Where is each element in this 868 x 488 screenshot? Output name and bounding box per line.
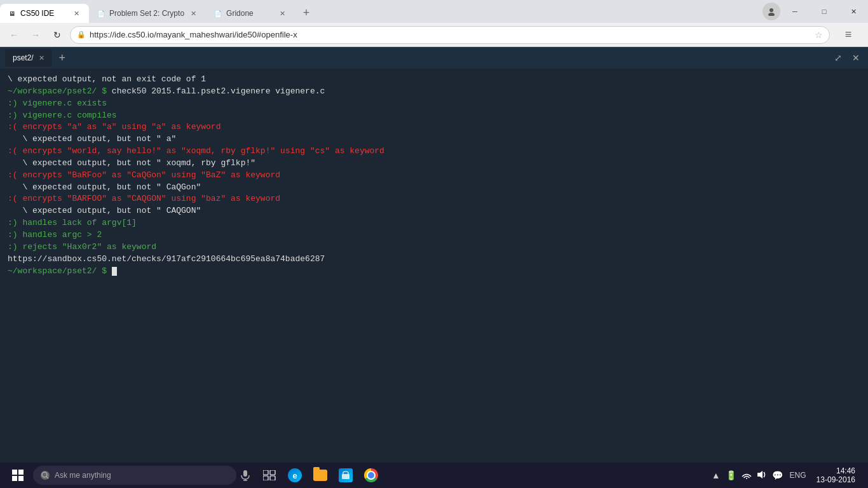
- tab-close-3[interactable]: ✕: [277, 8, 287, 18]
- tab-label-3: Gridone: [226, 9, 273, 18]
- tab-label-2: Problem Set 2: Crypto: [109, 9, 184, 18]
- terminal-line-11: :( encrypts "BARFOO" as "CAQGON" using "…: [8, 193, 860, 205]
- tab-favicon-3: 📄: [214, 9, 222, 18]
- tab-cs50-ide[interactable]: 🖥 CS50 IDE ✕: [0, 4, 89, 23]
- terminal-line-12: \ expected output, but not " CAQGON": [8, 205, 860, 217]
- terminal-line-1: \ expected output, not an exit code of 1: [8, 74, 860, 86]
- clock-time: 14:46: [836, 466, 855, 475]
- svg-point-1: [768, 13, 775, 16]
- terminal-line-13: :) handles lack of argv[1]: [8, 217, 860, 229]
- tab-bar: 🖥 CS50 IDE ✕ 📄 Problem Set 2: Crypto ✕ 📄…: [0, 0, 868, 23]
- microphone-icon[interactable]: [236, 466, 254, 484]
- terminal-line-9: :( encrypts "BaRFoo" as "CaQGon" using "…: [8, 170, 860, 182]
- store-button[interactable]: [333, 463, 358, 488]
- tab-close-2[interactable]: ✕: [188, 8, 198, 18]
- tab-problem-set[interactable]: 📄 Problem Set 2: Crypto ✕: [89, 4, 206, 23]
- terminal-line-2: ~/workspace/pset2/ $ check50 2015.fall.p…: [8, 86, 860, 98]
- tab-gridone[interactable]: 📄 Gridone ✕: [206, 4, 295, 23]
- svg-rect-4: [243, 470, 247, 477]
- minimize-button[interactable]: ─: [780, 1, 810, 22]
- ide-area: pset2/ ✕ + ⤢ ✕ \ expected output, not an…: [0, 47, 868, 463]
- volume-icon[interactable]: [755, 470, 769, 481]
- svg-marker-13: [757, 471, 763, 478]
- taskbar-search-bar[interactable]: Ask me anything: [33, 466, 236, 485]
- svg-rect-8: [270, 470, 275, 475]
- terminal-line-4: :) vigenere.c compiles: [8, 110, 860, 122]
- new-terminal-button[interactable]: +: [55, 50, 70, 65]
- profile-button[interactable]: [763, 3, 780, 20]
- taskbar-right-area: ▲ 🔋 💬 ENG: [710, 466, 865, 484]
- svg-line-3: [46, 477, 48, 478]
- svg-rect-7: [263, 470, 268, 475]
- refresh-button[interactable]: ↻: [48, 26, 66, 44]
- tab-label-1: CS50 IDE: [20, 9, 67, 18]
- bookmark-icon[interactable]: ☆: [815, 30, 823, 40]
- terminal-tab-label: pset2/: [13, 53, 34, 62]
- terminal-line-16: https://sandbox.cs50.net/checks/917afc29…: [8, 254, 860, 266]
- language-indicator[interactable]: ENG: [787, 471, 809, 480]
- terminal-tab-close[interactable]: ✕: [39, 54, 44, 62]
- browser-window: 🖥 CS50 IDE ✕ 📄 Problem Set 2: Crypto ✕ 📄…: [0, 0, 868, 488]
- taskbar-search-placeholder: Ask me anything: [55, 471, 111, 480]
- system-tray: ▲ 🔋 💬: [710, 470, 785, 481]
- ssl-lock-icon: 🔒: [77, 30, 86, 39]
- terminal-close-button[interactable]: ✕: [849, 51, 863, 65]
- chrome-icon: [364, 468, 378, 482]
- tab-favicon-2: 📄: [97, 9, 105, 18]
- terminal-line-15: :) rejects "Hax0r2" as keyword: [8, 241, 860, 254]
- edge-taskbar-button[interactable]: e: [282, 463, 308, 488]
- notifications-icon[interactable]: 💬: [770, 470, 785, 480]
- terminal-content[interactable]: \ expected output, not an exit code of 1…: [0, 69, 868, 463]
- url-bar[interactable]: 🔒 https://ide.cs50.io/mayank_maheshwari/…: [70, 26, 830, 44]
- svg-rect-9: [263, 476, 268, 480]
- window-controls: ─ □ ✕: [763, 0, 868, 23]
- file-explorer-button[interactable]: [308, 463, 333, 488]
- close-button[interactable]: ✕: [839, 1, 868, 22]
- svg-point-2: [42, 472, 47, 477]
- svg-rect-11: [342, 474, 349, 479]
- back-button[interactable]: ←: [5, 26, 23, 44]
- terminal-line-10: \ expected output, but not " CaQGon": [8, 182, 860, 194]
- terminal-cursor: [112, 267, 117, 276]
- svg-point-12: [746, 478, 747, 479]
- chrome-taskbar-button[interactable]: [358, 463, 384, 488]
- terminal-line-5: :( encrypts "a" as "a" using "a" as keyw…: [8, 121, 860, 133]
- windows-logo-icon: [12, 470, 24, 481]
- network-icon[interactable]: [740, 470, 754, 481]
- url-text: https://ide.cs50.io/mayank_maheshwari/id…: [90, 30, 297, 39]
- svg-rect-10: [270, 476, 275, 480]
- chrome-menu-button[interactable]: ≡: [834, 25, 863, 45]
- battery-icon[interactable]: 🔋: [724, 470, 738, 480]
- clock-date: 13-09-2016: [817, 475, 855, 484]
- terminal-controls: ⤢ ✕: [831, 51, 863, 65]
- system-clock[interactable]: 14:46 13-09-2016: [811, 466, 860, 484]
- start-button[interactable]: [3, 463, 33, 488]
- terminal-line-14: :) handles argc > 2: [8, 229, 860, 241]
- terminal-line-8: \ expected output, but not " xoqmd, rby …: [8, 158, 860, 170]
- new-tab-button[interactable]: +: [297, 4, 315, 22]
- tab-close-1[interactable]: ✕: [71, 8, 81, 18]
- terminal-tab-bar: pset2/ ✕ + ⤢ ✕: [0, 47, 868, 69]
- search-icon: [41, 471, 50, 480]
- taskbar-pinned-items: e: [257, 463, 384, 488]
- taskbar: Ask me anything e: [0, 463, 868, 488]
- address-bar: ← → ↻ 🔒 https://ide.cs50.io/mayank_mahes…: [0, 23, 868, 47]
- maximize-button[interactable]: □: [810, 1, 839, 22]
- task-view-button[interactable]: [257, 463, 282, 488]
- tray-chevron-icon[interactable]: ▲: [710, 470, 722, 480]
- terminal-line-17: ~/workspace/pset2/ $: [8, 266, 860, 278]
- terminal-line-7: :( encrypts "world, say hello!" as "xoqm…: [8, 146, 860, 158]
- store-icon: [339, 468, 353, 482]
- forward-button[interactable]: →: [27, 26, 44, 44]
- terminal-maximize-button[interactable]: ⤢: [831, 51, 845, 65]
- folder-icon: [313, 470, 327, 481]
- svg-point-0: [770, 8, 773, 12]
- terminal-line-6: \ expected output, but not " a": [8, 133, 860, 146]
- terminal-line-3: :) vigenere.c exists: [8, 98, 860, 110]
- edge-icon: e: [288, 468, 302, 482]
- terminal-tab-pset2[interactable]: pset2/ ✕: [5, 49, 52, 67]
- tab-favicon-1: 🖥: [8, 9, 17, 18]
